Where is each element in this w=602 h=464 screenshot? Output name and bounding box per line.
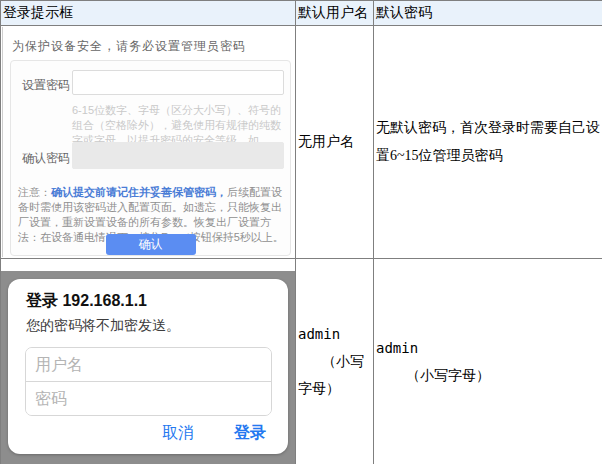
setup-intro-text: 为保护设备安全，请务必设置管理员密码 (12, 38, 246, 55)
setup-password-panel: 设置密码 6-15位数字、字母（区分大小写）、符号的组合（空格除外），避免使用有… (10, 60, 291, 256)
row1-password-text: 无默认密码，首次登录时需要自己设置6~15位管理员密码 (376, 114, 601, 170)
set-password-input[interactable] (72, 70, 284, 95)
cell-row2-password: admin （小写字母） (374, 259, 602, 464)
header-default-username-label: 默认用户名 (298, 4, 368, 22)
login-dialog-title: 登录 192.168.1.1 (26, 291, 147, 312)
login-dialog-screenshot: 登录 192.168.1.1 您的密码将不加密发送。 取消 登录 (1, 271, 295, 464)
row2-password-value: admin (376, 334, 601, 362)
row2-username-value: admin (298, 321, 372, 348)
header-login-prompt-label: 登录提示框 (3, 4, 73, 22)
login-dialog-subtitle: 您的密码将不加密发送。 (26, 317, 180, 335)
note-highlight: 确认提交前请记住并妥善保管密码， (51, 186, 227, 198)
confirm-password-label: 确认密码 (22, 150, 70, 167)
row2-username-note: （小写字母） (298, 348, 372, 402)
cell-row1-username: 无用户名 (296, 26, 374, 259)
login-button[interactable]: 登录 (234, 423, 266, 444)
login-dialog-card: 登录 192.168.1.1 您的密码将不加密发送。 取消 登录 (8, 279, 288, 454)
note-prefix: 注意： (18, 186, 51, 198)
confirm-password-input[interactable] (72, 142, 284, 169)
faq-login-table: 登录提示框 默认用户名 默认密码 为保护设备安全，请务必设置管理员密码 设置密码… (0, 0, 602, 464)
confirm-button[interactable]: 确认 (106, 234, 196, 255)
cell-login-dialog-screenshot: 登录 192.168.1.1 您的密码将不加密发送。 取消 登录 (1, 259, 296, 464)
username-input[interactable] (26, 348, 271, 381)
header-default-password-label: 默认密码 (376, 4, 432, 22)
login-input-group (25, 347, 272, 416)
set-password-label: 设置密码 (22, 77, 70, 94)
header-default-password: 默认密码 (374, 1, 602, 26)
header-login-prompt: 登录提示框 (1, 1, 296, 26)
cell-setup-screenshot: 为保护设备安全，请务必设置管理员密码 设置密码 6-15位数字、字母（区分大小写… (1, 26, 296, 259)
row1-username-text: 无用户名 (298, 128, 372, 156)
router-setup-screenshot: 为保护设备安全，请务必设置管理员密码 设置密码 6-15位数字、字母（区分大小写… (2, 27, 293, 257)
password-input[interactable] (26, 382, 271, 415)
cell-row1-password: 无默认密码，首次登录时需要自己设置6~15位管理员密码 (374, 26, 602, 259)
header-default-username: 默认用户名 (296, 1, 374, 26)
cancel-button[interactable]: 取消 (162, 423, 194, 444)
cell-row2-username: admin （小写字母） (296, 259, 374, 464)
row2-password-note: （小写字母） (376, 362, 601, 390)
